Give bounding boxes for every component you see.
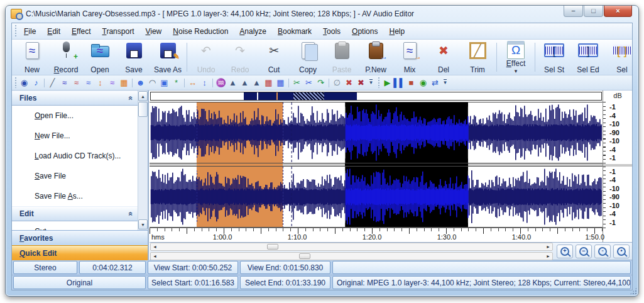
trim-button[interactable]: ╱ Trim (461, 40, 494, 75)
fit-vertical-icon[interactable]: ▦ (275, 77, 287, 89)
toolbar-grip[interactable] (14, 77, 17, 88)
maximize-button[interactable]: □ (584, 6, 603, 17)
wave-stat-b-icon[interactable]: ▲ (239, 77, 251, 89)
toolbar-grip[interactable] (14, 25, 17, 37)
title-bar[interactable]: C:\Music\Mariah Carey-Obsessed.mp3 - [ M… (6, 6, 638, 22)
waveform-view-icon[interactable]: ≈ (58, 77, 70, 89)
go-start-button[interactable]: ◉ (417, 77, 429, 89)
toolbar-overflow-button[interactable]: ▾ (367, 79, 375, 87)
vocal-remove-icon[interactable]: ✖ (355, 77, 367, 89)
menu-effect[interactable]: Effect (66, 25, 96, 38)
wave-stat-a-icon[interactable]: ▲ (227, 77, 239, 89)
cut-button[interactable]: ✂ Cut (257, 40, 291, 75)
paste-new-button[interactable]: → P.New (359, 40, 393, 75)
save-button[interactable]: Save (117, 40, 151, 75)
new-button[interactable]: ≈ New (15, 40, 49, 75)
waveform-red-icon[interactable]: ≈ (70, 77, 82, 89)
vertical-range-icon[interactable]: ↕ (94, 77, 106, 89)
separator[interactable] (494, 40, 499, 75)
saveas-button[interactable]: ✎ Save As (151, 40, 185, 75)
window-disable-icon[interactable]: ∅ (331, 77, 343, 89)
sidebar-band-quick-edit[interactable]: Quick Edit (12, 245, 148, 260)
record-button[interactable]: + Record (49, 40, 83, 75)
toolbar-grip[interactable] (377, 77, 380, 88)
copy-button[interactable]: Copy (291, 40, 325, 75)
redo-button[interactable]: ↷ Redo (223, 40, 257, 75)
scroll-left-icon[interactable]: ◄ (151, 254, 159, 258)
scrollbar-thumb[interactable] (299, 253, 310, 259)
menu-help[interactable]: Help (383, 25, 410, 38)
separator[interactable] (42, 77, 46, 89)
separator[interactable] (130, 77, 134, 89)
waveform-blue-icon[interactable]: ≈ (82, 77, 94, 89)
effect-button[interactable]: Ω Effect ▾ (499, 40, 533, 75)
zoom-horizontal-icon[interactable]: ↔ (187, 77, 199, 89)
menu-edit[interactable]: Edit (41, 25, 66, 38)
separator[interactable] (182, 77, 187, 89)
menu-tools[interactable]: Tools (317, 25, 346, 38)
split-icon[interactable]: ✂ (291, 77, 303, 89)
minimize-button[interactable]: – (564, 6, 583, 17)
envelope-icon[interactable]: ◠ (146, 77, 158, 89)
invert-wave-icon[interactable]: ↷ (315, 77, 327, 89)
separator[interactable] (287, 77, 291, 89)
separator[interactable] (210, 77, 215, 89)
undo-button[interactable]: ↶ Undo (189, 40, 223, 75)
menu-view[interactable]: View (139, 25, 167, 38)
sidebar-item-open-file[interactable]: Open File... (12, 106, 138, 126)
play-button[interactable]: ▶ (381, 77, 393, 89)
sidebar-section-files[interactable]: Files « (12, 91, 138, 106)
scroll-right-icon[interactable]: ► (544, 254, 552, 258)
zoom-out-button[interactable]: − (576, 245, 592, 258)
scroll-right-icon[interactable]: ► (544, 245, 552, 249)
sidebar-item-save-file-as[interactable]: Save File As... (12, 186, 138, 206)
separator[interactable] (327, 77, 331, 89)
picture-view-icon[interactable]: ▣ (158, 77, 170, 89)
menu-file[interactable]: File (18, 25, 41, 38)
effect-dropdown-icon[interactable]: ▾ (513, 68, 520, 74)
waveform-channel-right[interactable] (150, 166, 603, 228)
overview-bar[interactable] (150, 92, 602, 101)
wave-edit-icon[interactable]: ≈ (106, 77, 118, 89)
sidebar-item-cut[interactable]: Cut (12, 221, 138, 230)
fit-selection-icon[interactable]: ▦ (263, 77, 275, 89)
delete-button[interactable]: ✖ Del (427, 40, 461, 75)
horizontal-scrollbar-1[interactable]: ◄ ► (150, 243, 553, 251)
mix-button[interactable]: ≈ → Mix (393, 40, 427, 75)
select-start-button[interactable]: [ Sel St (537, 40, 571, 75)
scroll-left-icon[interactable]: ◄ (151, 245, 159, 249)
menu-bookmark[interactable]: Bookmark (272, 25, 317, 38)
collapse-chevron-icon[interactable]: « (127, 96, 136, 101)
menu-noise-reduction[interactable]: Noise Reduction (167, 25, 234, 38)
select-button[interactable]: [ ] Sel (605, 40, 633, 75)
toolbar-overflow-button[interactable]: ▾ (441, 79, 449, 87)
close-file-icon[interactable]: ✖ (343, 77, 355, 89)
sidebar-item-load-cd[interactable]: Load Audio CD Track(s)... (12, 146, 138, 166)
sidebar-band-favorites[interactable]: Favorites (12, 230, 148, 245)
scroll-down-icon[interactable]: ▼ (138, 219, 148, 229)
menu-transport[interactable]: Transport (97, 25, 140, 38)
level-meter-icon[interactable]: ╱ (46, 77, 58, 89)
zoom-in-button[interactable]: + (557, 245, 573, 258)
join-icon[interactable]: ✂ (303, 77, 315, 89)
zoom-selection-button[interactable]: ▫ (594, 245, 611, 258)
waveform-plot[interactable]: hms 1:00.01:10.01:20.01:30.01:40.01:50.0 (150, 91, 603, 242)
select-end-button[interactable]: ] Sel Ed (571, 40, 605, 75)
sidebar-scrollbar[interactable]: ▲ ▼ (138, 91, 148, 230)
swirl-icon[interactable]: * (170, 77, 182, 89)
scrollbar-thumb[interactable] (138, 102, 148, 117)
group-channels-icon[interactable]: ☻ (134, 77, 146, 89)
horizontal-scrollbar-2[interactable]: ◄ ► (150, 252, 553, 260)
time-ruler[interactable]: hms 1:00.01:10.01:20.01:30.01:40.01:50.0 (150, 228, 603, 242)
wave-stat-c-icon[interactable]: ▲ (251, 77, 263, 89)
sidebar-item-save-file[interactable]: Save File (12, 166, 138, 186)
scrollbar-thumb[interactable] (267, 244, 278, 250)
loop-button[interactable]: ⇄ (429, 77, 441, 89)
zoom-full-button[interactable]: • (613, 245, 630, 258)
separator[interactable] (185, 40, 189, 75)
speaker-icon[interactable]: ♪ (30, 77, 42, 89)
close-button[interactable]: × (604, 6, 632, 17)
open-button[interactable]: ≈ Open (83, 40, 117, 75)
waveform-channel-left[interactable] (150, 102, 603, 163)
paste-button[interactable]: Paste (325, 40, 359, 75)
